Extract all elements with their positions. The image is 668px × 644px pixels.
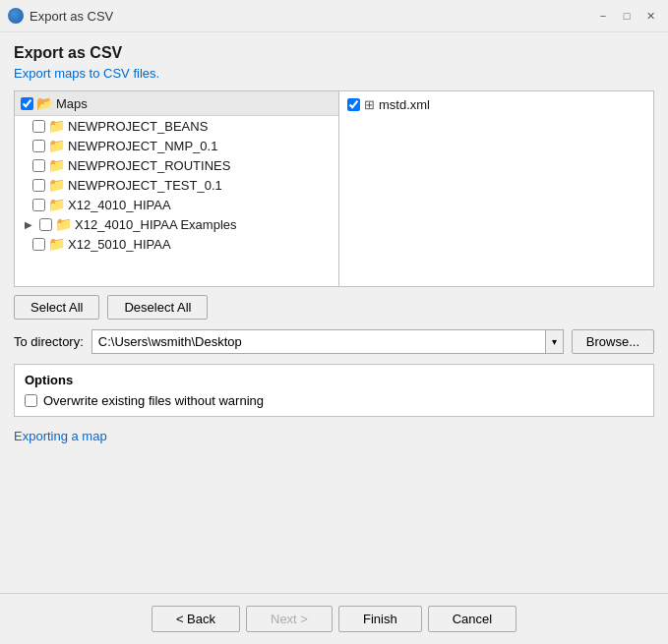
options-section: Options Overwrite existing files without… [14, 364, 654, 417]
list-item[interactable]: 📁 NEWPROJECT_BEANS [15, 116, 338, 136]
item-label-5: X12_4010_HIPAA Examples [75, 217, 237, 232]
list-item[interactable]: ▶ 📁 X12_4010_HIPAA Examples [15, 214, 338, 234]
list-item[interactable]: 📁 NEWPROJECT_TEST_0.1 [15, 175, 338, 195]
maximize-button[interactable]: □ [617, 6, 637, 26]
title-bar: Export as CSV − □ ✕ [0, 0, 668, 32]
right-item-checkbox-0[interactable] [347, 98, 360, 111]
folder-icon: 📁 [48, 177, 65, 193]
list-item[interactable]: 📁 X12_4010_HIPAA [15, 195, 338, 214]
list-item[interactable]: 📁 NEWPROJECT_ROUTINES [15, 155, 338, 175]
item-checkbox-4[interactable] [32, 199, 45, 211]
overwrite-label: Overwrite existing files without warning [43, 393, 264, 408]
app-icon [8, 8, 24, 24]
page-title: Export as CSV [14, 44, 654, 62]
item-label-0: NEWPROJECT_BEANS [68, 119, 208, 134]
select-buttons: Select All Deselect All [14, 295, 654, 320]
directory-label: To directory: [14, 334, 84, 349]
item-checkbox-2[interactable] [32, 159, 45, 172]
bottom-buttons: < Back Next > Finish Cancel [0, 593, 668, 644]
next-button[interactable]: Next > [246, 606, 333, 632]
item-checkbox-1[interactable] [32, 140, 45, 152]
overwrite-option-row: Overwrite existing files without warning [25, 393, 643, 408]
item-label-1: NEWPROJECT_NMP_0.1 [68, 139, 217, 153]
folder-icon: 📁 [48, 197, 65, 212]
item-label-3: NEWPROJECT_TEST_0.1 [68, 178, 222, 193]
folder-icon: 📁 [48, 236, 65, 252]
right-list-item[interactable]: ⊞ mstd.xml [343, 95, 649, 114]
right-item-label-0: mstd.xml [379, 97, 430, 112]
folder-icon: 📁 [48, 157, 65, 173]
item-label-6: X12_5010_HIPAA [68, 237, 171, 252]
item-label-4: X12_4010_HIPAA [68, 198, 171, 212]
back-button[interactable]: < Back [152, 606, 240, 632]
close-button[interactable]: ✕ [640, 6, 660, 26]
cancel-button[interactable]: Cancel [428, 606, 516, 632]
window-title: Export as CSV [30, 9, 113, 24]
minimize-button[interactable]: − [593, 6, 613, 26]
folder-icon: 📂 [36, 95, 53, 111]
left-panel: 📂 Maps 📁 NEWPROJECT_BEANS 📁 NEWPROJECT_N… [15, 91, 339, 286]
folder-icon: 📁 [48, 138, 65, 153]
root-label: Maps [56, 96, 88, 111]
deselect-all-button[interactable]: Deselect All [107, 295, 208, 320]
directory-row: To directory: ▾ Browse... [14, 329, 654, 354]
panels-container: 📂 Maps 📁 NEWPROJECT_BEANS 📁 NEWPROJECT_N… [14, 90, 654, 287]
window-controls: − □ ✕ [593, 6, 660, 26]
directory-dropdown-button[interactable]: ▾ [545, 329, 564, 354]
item-checkbox-3[interactable] [32, 179, 45, 192]
root-checkbox[interactable] [21, 97, 33, 110]
options-title: Options [25, 373, 643, 387]
help-link[interactable]: Exporting a map [14, 429, 654, 443]
directory-input-container: ▾ [91, 329, 564, 354]
item-checkbox-5[interactable] [39, 218, 52, 231]
overwrite-checkbox[interactable] [25, 394, 37, 407]
select-all-button[interactable]: Select All [14, 295, 99, 320]
main-container: Export as CSV Export maps to CSV files. … [0, 32, 668, 644]
item-checkbox-6[interactable] [32, 238, 45, 251]
item-label-2: NEWPROJECT_ROUTINES [68, 158, 230, 173]
tree-root[interactable]: 📂 Maps [15, 91, 338, 116]
list-item[interactable]: 📁 X12_5010_HIPAA [15, 234, 338, 254]
item-checkbox-0[interactable] [32, 120, 45, 133]
file-type-icon: ⊞ [364, 97, 375, 112]
expand-arrow[interactable]: ▶ [25, 219, 36, 230]
directory-input[interactable] [91, 329, 545, 354]
finish-button[interactable]: Finish [338, 606, 422, 632]
browse-button[interactable]: Browse... [572, 329, 654, 354]
right-panel: ⊞ mstd.xml [339, 91, 653, 286]
folder-icon: 📁 [48, 118, 65, 134]
folder-icon: 📁 [55, 216, 72, 232]
subtitle-link[interactable]: Export maps to CSV files. [14, 66, 654, 81]
list-item[interactable]: 📁 NEWPROJECT_NMP_0.1 [15, 136, 338, 155]
